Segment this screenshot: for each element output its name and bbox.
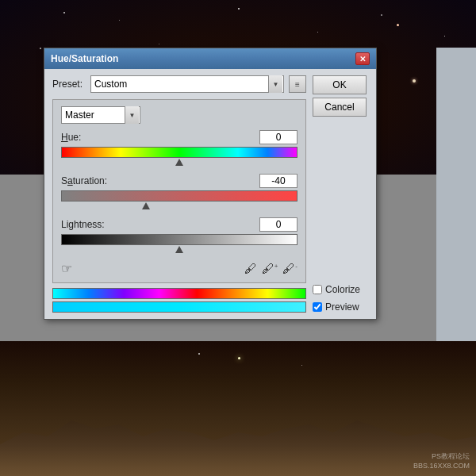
saturation-track[interactable] <box>61 190 298 202</box>
colorize-label: Colorize <box>325 284 360 295</box>
sat-track-wrapper <box>61 190 298 209</box>
preset-select[interactable]: Custom <box>90 75 284 93</box>
hand-tool-icon[interactable]: ☞ <box>61 261 72 276</box>
dialog-title: Hue/Saturation <box>51 53 118 64</box>
preset-label: Preset: <box>52 79 86 90</box>
lightness-label-row: Lightness: <box>61 217 298 232</box>
landscape <box>0 397 476 476</box>
preview-row: Preview <box>313 301 368 313</box>
lightness-label: Lightness: <box>61 219 105 230</box>
saturation-label-row: Saturation: <box>61 174 298 188</box>
hue-slider-row: Hue: <box>61 130 298 166</box>
hue-label-underline: H <box>61 132 68 143</box>
lightness-track[interactable] <box>61 234 298 245</box>
channel-select-wrapper: Master ▼ <box>61 106 140 124</box>
hue-value-input[interactable] <box>259 130 298 144</box>
inner-box: Master ▼ Hue: <box>52 99 306 283</box>
color-bars <box>52 288 306 313</box>
lightness-value-input[interactable] <box>259 217 298 232</box>
channel-select[interactable]: Master <box>61 106 140 124</box>
tools-row: ☞ 🖋 🖋+ 🖋- <box>61 261 298 276</box>
cancel-button[interactable]: Cancel <box>313 98 367 117</box>
hue-track[interactable] <box>61 147 298 158</box>
lightness-slider-row: Lightness: <box>61 217 298 253</box>
main-panel: Preset: Custom ▼ ≡ Master <box>52 75 306 313</box>
side-panel <box>436 48 476 341</box>
preview-label: Preview <box>325 301 359 313</box>
hue-label: Hue: <box>61 132 81 143</box>
eyedropper-plus-icon[interactable]: 🖋+ <box>262 262 278 276</box>
preset-menu-icon[interactable]: ≡ <box>289 75 306 93</box>
light-thumb[interactable] <box>175 245 183 253</box>
saturation-label: Saturation: <box>61 175 107 186</box>
eyedropper-icon[interactable]: 🖋 <box>244 262 257 276</box>
preset-row: Preset: Custom ▼ ≡ <box>52 75 306 93</box>
preset-select-wrapper: Custom ▼ <box>90 75 284 93</box>
rainbow-bar <box>52 288 306 299</box>
bg-bottom <box>0 341 476 476</box>
dialog-content: Preset: Custom ▼ ≡ Master <box>44 69 376 319</box>
eyedropper-tools: 🖋 🖋+ 🖋- <box>244 262 298 276</box>
eyedropper-minus-icon[interactable]: 🖋- <box>282 262 298 276</box>
hue-label-row: Hue: <box>61 130 298 144</box>
title-bar: Hue/Saturation ✕ <box>44 48 376 69</box>
watermark: PS教程论坛BBS.16XX8.COM <box>413 451 470 470</box>
sat-thumb[interactable] <box>142 202 150 209</box>
preview-checkbox[interactable] <box>313 302 322 312</box>
colorize-row: Colorize <box>313 284 368 295</box>
sat-underline: a <box>67 175 73 186</box>
colorize-checkbox[interactable] <box>313 285 322 294</box>
hue-saturation-dialog: Hue/Saturation ✕ Preset: Custom ▼ ≡ <box>44 48 377 320</box>
saturation-slider-row: Saturation: <box>61 174 298 209</box>
hue-track-wrapper <box>61 147 298 166</box>
hue-thumb[interactable] <box>175 158 183 166</box>
cyan-bar <box>52 301 306 313</box>
close-button[interactable]: ✕ <box>355 52 370 65</box>
channel-row: Master ▼ <box>61 106 298 124</box>
right-buttons-panel: OK Cancel Colorize Preview <box>313 75 368 313</box>
ok-button[interactable]: OK <box>313 75 367 94</box>
light-track-wrapper <box>61 234 298 253</box>
saturation-value-input[interactable] <box>259 174 298 188</box>
